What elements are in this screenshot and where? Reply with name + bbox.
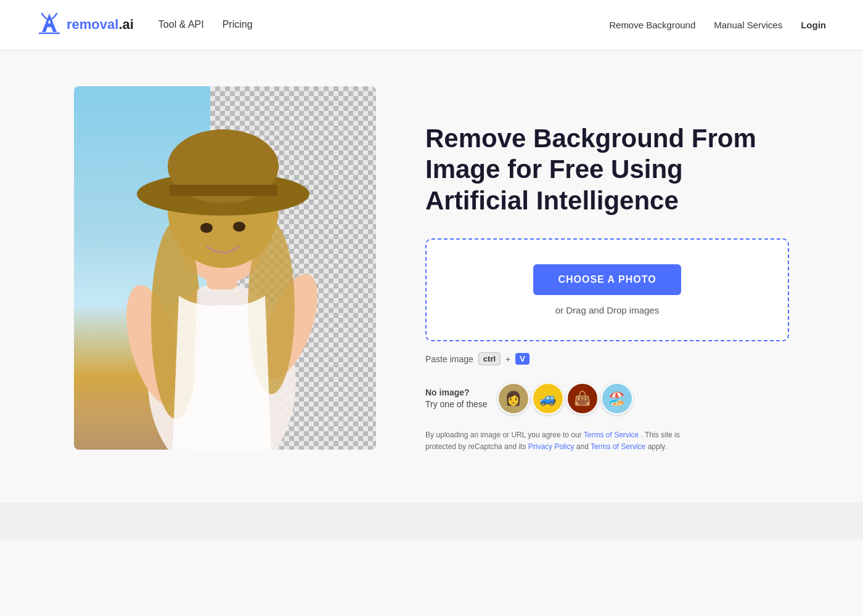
legal-text-4: apply. — [645, 442, 666, 451]
plus-sign: + — [505, 354, 510, 364]
sample-thumb-beach[interactable]: 🏖️ — [601, 383, 633, 415]
ctrl-key: ctrl — [478, 352, 501, 365]
logo-text: removal.ai — [67, 17, 134, 33]
terms-of-service-link-1[interactable]: Terms of Service — [584, 431, 639, 439]
legal-text-3: and — [574, 442, 590, 451]
header: removal.ai Tool & API Pricing Remove Bac… — [0, 0, 863, 49]
paste-row: Paste image ctrl + V — [425, 352, 789, 365]
hero-image-container — [74, 86, 376, 450]
logo-suffix: .ai — [118, 17, 133, 32]
terms-of-service-link-2[interactable]: Terms of Service — [591, 442, 645, 451]
nav-pricing[interactable]: Pricing — [223, 19, 253, 30]
nav-remove-background[interactable]: Remove Background — [609, 20, 695, 30]
legal-text: By uploading an image or URL you agree t… — [425, 429, 697, 453]
sample-thumbs: 👩 🚙 👜 🏖️ — [497, 383, 633, 415]
sample-row: No image? Try one of these 👩 🚙 👜 🏖️ — [425, 383, 789, 415]
header-left: removal.ai Tool & API Pricing — [37, 11, 253, 38]
sample-thumb-bag[interactable]: 👜 — [566, 383, 599, 415]
svg-point-12 — [200, 223, 213, 233]
legal-text-1: By uploading an image or URL you agree t… — [425, 431, 584, 439]
no-image-label: No image? — [425, 387, 488, 399]
logo[interactable]: removal.ai — [37, 11, 134, 38]
nav-login[interactable]: Login — [801, 20, 826, 30]
sample-thumb-person[interactable]: 👩 — [497, 383, 530, 415]
title-line3: Artificial Intelligence — [425, 186, 679, 215]
header-right: Remove Background Manual Services Login — [609, 20, 826, 30]
sample-label: No image? Try one of these — [425, 387, 488, 411]
drag-drop-text: or Drag and Drop images — [555, 305, 659, 315]
privacy-policy-link[interactable]: Privacy Policy — [528, 442, 575, 451]
svg-point-13 — [233, 222, 245, 232]
hero-title: Remove Background From Image for Free Us… — [425, 123, 789, 216]
title-line2: Image for Free Using — [425, 155, 683, 184]
paste-label: Paste image — [425, 354, 473, 364]
logo-brand: removal — [67, 17, 118, 32]
title-line1: Remove Background From — [425, 124, 756, 153]
main-nav: Tool & API Pricing — [158, 19, 253, 30]
sample-thumb-car[interactable]: 🚙 — [532, 383, 564, 415]
choose-photo-button[interactable]: CHOOSE A PHOTO — [533, 264, 681, 295]
upload-dropzone[interactable]: CHOOSE A PHOTO or Drag and Drop images — [425, 238, 789, 341]
v-key: V — [515, 353, 530, 365]
main-content: Remove Background From Image for Free Us… — [37, 49, 826, 503]
svg-rect-11 — [170, 185, 277, 196]
logo-icon — [37, 11, 62, 38]
right-panel: Remove Background From Image for Free Us… — [425, 86, 789, 453]
try-label: Try one of these — [425, 399, 488, 409]
nav-tool-api[interactable]: Tool & API — [158, 19, 204, 30]
footer — [0, 503, 863, 540]
hero-person-svg — [74, 86, 376, 450]
nav-manual-services[interactable]: Manual Services — [714, 20, 782, 30]
